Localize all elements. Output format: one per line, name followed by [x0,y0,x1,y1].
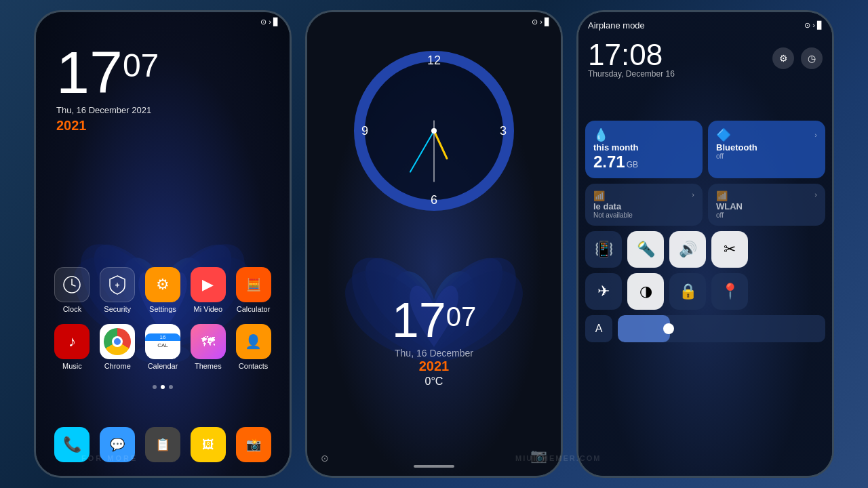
svg-text:9: 9 [361,124,368,138]
ctrl-small-row-1: 📳 🔦 🔊 ✂ [585,231,825,268]
brightness-row: A [585,315,825,342]
control-time: 17:08 Thursday, December 16 [588,38,675,79]
svg-text:+: + [115,281,120,290]
ctrl-row-1: 💧 this month 2.71 GB 🔷 › Bluetooth off [585,121,825,178]
settings-ctrl-btn[interactable]: ⚙ [772,47,794,69]
app-settings[interactable]: ⚙ Settings [142,267,183,313]
page-dots [153,385,173,389]
app-label-chrome: Chrome [104,362,131,370]
control-center: Airplane mode ⊙ › ▊ 17:08 Thursday, Dece… [578,12,832,476]
app-label-settings: Settings [149,305,176,313]
app-chrome[interactable]: Chrome [97,324,138,370]
app-label-clock: Clock [63,305,82,313]
wlan-tile[interactable]: 📶 › WLAN off [708,184,825,226]
bluetooth-expand: › [814,131,817,139]
app-icon-chrome [100,324,135,359]
app-calculator[interactable]: 🧮 Calculator [233,267,274,313]
app-icon-contacts: 👤 [236,324,271,359]
app-label-calendar: Calendar [148,362,178,370]
digital-time-phone2: 17 07 Thu, 16 December 2021 0°C [307,292,561,388]
data-icon: 💧 [593,127,694,142]
scissors-btn[interactable]: ✂ [711,231,748,268]
ctrl-small-row-2: ✈ ◑ 🔒 📍 [585,273,825,310]
lock-btn[interactable]: 🔒 [669,273,706,310]
brightness-bar[interactable] [618,315,825,342]
app-row-1: Clock + Security ⚙ Settings ▶ [50,267,276,313]
airplane-mode-label: Airplane mode [588,20,645,30]
time-minute-phone1: 07 [123,49,159,82]
svg-text:12: 12 [427,54,441,67]
app-icon-music: ♪ [54,324,90,359]
timer-ctrl-btn[interactable]: ◷ [801,47,823,69]
app-security[interactable]: + Security [97,267,138,313]
app-label-mivideo: Mi Video [193,305,222,313]
time-hour-phone2: 17 [392,292,446,348]
bottom-nav-bar [414,465,454,468]
dock-gallery[interactable]: 🖼 [191,427,226,462]
bluetooth-tile[interactable]: 🔷 › Bluetooth off [708,121,825,178]
svg-line-3 [72,285,75,286]
clock-icon [62,275,81,294]
chrome-circle [104,328,131,355]
mobile-expand: › [692,190,694,201]
dock-notes[interactable]: 📋 [145,427,180,462]
ctrl-time-date: Thursday, December 16 [588,69,675,79]
ctrl-day: Thursday, December [588,69,663,79]
chrome-inner [112,336,123,347]
app-themes[interactable]: 🗺 Themes [188,324,229,370]
volume-btn[interactable]: 🔊 [669,231,706,268]
app-calendar[interactable]: 16 CAL Calendar [142,324,183,370]
app-icon-calculator: 🧮 [236,267,271,302]
svg-text:6: 6 [431,193,437,207]
time-big-phone2: 17 07 [307,292,561,348]
phone1: ⊙ › ▊ 17 07 Thu, 16 December 2021 2021 C… [34,10,292,478]
time-hour-phone1: 17 [56,43,123,102]
dot-2-active [161,385,165,389]
svg-point-13 [431,128,437,134]
time-date-phone1: Thu, 16 December 2021 [56,105,159,115]
svg-text:3: 3 [500,124,507,138]
bluetooth-icon: 🔷 [716,127,731,142]
bluetooth-sub: off [716,152,817,160]
app-mivideo[interactable]: ▶ Mi Video [188,267,229,313]
app-row-2: ♪ Music Chrome 16 CAL Calendar [50,324,276,370]
status-bar-phone1: ⊙ › ▊ [36,18,290,26]
analog-clock: 12 3 6 9 [353,49,515,212]
app-icon-clock [54,267,90,302]
clock-face-svg: 12 3 6 9 [353,49,515,212]
ctrl-top-icons: ⚙ ◷ [772,47,823,69]
time-year-phone1: 2021 [56,118,159,134]
data-unit: GB [627,160,638,169]
mobile-label: le data [593,201,694,211]
data-label: this month [593,142,694,152]
app-clock[interactable]: Clock [52,267,92,313]
app-label-contacts: Contacts [239,362,268,370]
ctrl-time-display: 17:08 [588,38,675,72]
flashlight-btn[interactable]: 🔦 [627,231,664,268]
mobile-data-tile[interactable]: 📶 › le data Not available [585,184,703,226]
circle-nav-icon[interactable]: ⊙ [321,453,329,464]
control-grid: 💧 this month 2.71 GB 🔷 › Bluetooth off [585,121,825,342]
app-music[interactable]: ♪ Music [52,324,92,370]
contrast-btn[interactable]: ◑ [627,273,664,310]
dot-1 [153,385,157,389]
app-icon-mivideo: ▶ [191,267,226,302]
ctrl-row-2: 📶 › le data Not available 📶 › WLAN off [585,184,825,226]
data-tile[interactable]: 💧 this month 2.71 GB [585,121,703,178]
dock-camera[interactable]: 📸 [236,427,271,462]
wlan-sub: off [716,211,817,219]
location-btn[interactable]: 📍 [711,273,748,310]
app-icon-calendar: 16 CAL [145,324,180,359]
mobile-sub: Not available [593,211,694,219]
app-icon-security: + [100,267,135,302]
brightness-icon[interactable]: A [585,315,612,342]
app-label-music: Music [62,362,82,370]
airplane-btn[interactable]: ✈ [585,273,622,310]
brightness-knob [663,323,674,334]
app-contacts[interactable]: 👤 Contacts [233,324,274,370]
wlan-expand: › [814,190,817,201]
status-right-phone3: ⊙ › ▊ [804,21,823,30]
app-label-security: Security [104,305,131,313]
vibrate-btn[interactable]: 📳 [585,231,622,268]
status-icons-phone1: ⊙ › ▊ [260,18,279,26]
